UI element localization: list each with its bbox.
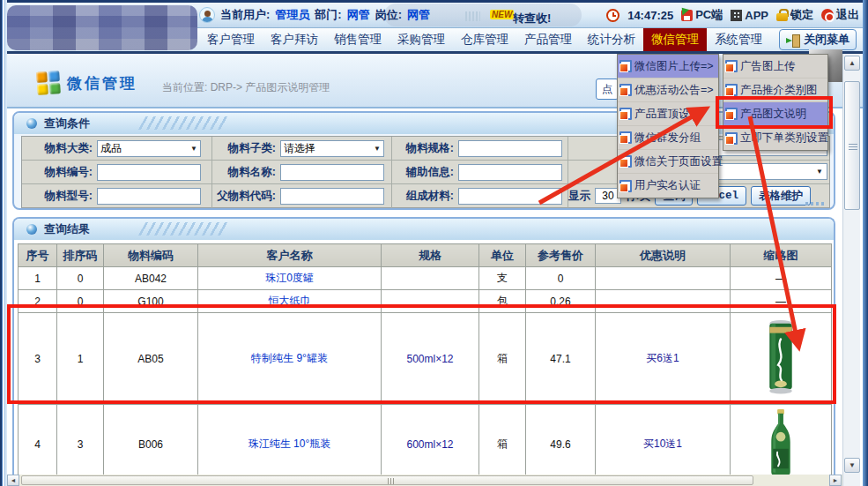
submenu-item-立即下单类别设置[interactable]: 立即下单类别设置	[723, 126, 827, 150]
cell-sort: 3	[57, 405, 104, 476]
horizontal-scrollbar[interactable]: ◄ ►	[7, 475, 842, 486]
menu-item-微信关于页面设置[interactable]: 微信关于页面设置	[618, 150, 718, 174]
field-label: 物料子类:	[212, 141, 279, 156]
input-组成材料:[interactable]	[458, 188, 562, 205]
chevron-down-icon: ▼	[190, 145, 197, 153]
cell-code: B006	[104, 405, 198, 476]
menubar-item-销售管理[interactable]: 销售管理	[326, 28, 389, 51]
field-box	[457, 161, 568, 183]
beer-bottle-image	[766, 409, 796, 475]
input-物料名称:[interactable]	[280, 164, 384, 181]
clock-time: 14:47:25	[627, 9, 673, 22]
panel-bullet-icon	[26, 224, 37, 235]
lock-icon	[776, 9, 788, 21]
menubar-item-统计分析[interactable]: 统计分析	[580, 28, 643, 51]
table-header-row: 序号排序码物料编码客户名称规格单位参考售价优惠说明缩略图	[19, 244, 832, 267]
menu-item-label: 产品置顶设置	[634, 107, 701, 122]
input-父物料代码:[interactable]	[280, 188, 384, 205]
menu-item-label: 产品推介类别图	[740, 83, 818, 98]
vertical-scrollbar[interactable]: ▲ ▼	[842, 54, 860, 486]
menu-item-label: 微信关于页面设置	[634, 154, 723, 169]
column-header-参考售价: 参考售价	[526, 244, 596, 267]
menubar-item-系统管理[interactable]: 系统管理	[707, 28, 770, 51]
panel-bullet-icon	[26, 118, 37, 129]
cell-promo: 买10送1	[596, 405, 731, 476]
cell-code: AB042	[104, 267, 198, 290]
query-panel-title: 查询条件	[44, 116, 90, 131]
menubar-item-仓库管理[interactable]: 仓库管理	[453, 28, 516, 51]
marquee-text: 转查收!	[513, 11, 551, 26]
menubar-item-采购管理[interactable]: 采购管理	[389, 28, 453, 51]
field-label: 辅助信息:	[392, 165, 457, 180]
window-border-top	[0, 0, 868, 3]
menu-item-label: 用户实名认证	[634, 178, 701, 193]
page-title: 微信管理	[67, 73, 137, 93]
cell-price: 0	[526, 267, 596, 290]
menu-item-label: 微信图片上传=>	[634, 59, 714, 74]
clock-icon	[606, 9, 619, 22]
select-物料子类:[interactable]: 请选择▼	[280, 140, 384, 157]
submenu-item-广告图上传[interactable]: 广告图上传	[723, 55, 827, 79]
post-label: 岗位:	[375, 7, 402, 23]
exit-icon	[821, 9, 834, 21]
table-maintain-button[interactable]: 表格维护	[751, 186, 811, 206]
dept-value: 网管	[347, 7, 370, 23]
field-box	[279, 184, 392, 208]
exit-button[interactable]: 退出	[821, 7, 859, 23]
pc-icon	[681, 10, 693, 21]
field-label: 物料规格:	[392, 141, 457, 156]
exit-label: 退出	[836, 7, 859, 23]
lock-label: 锁定	[790, 7, 813, 23]
input-辅助信息:[interactable]	[458, 164, 562, 181]
field-box: 成品▼	[96, 137, 212, 160]
cell-name[interactable]: 珠江0度罐	[198, 267, 382, 290]
field-box	[96, 161, 212, 183]
column-header-物料编码: 物料编码	[104, 244, 198, 267]
field-label: 组成材料:	[392, 189, 457, 204]
menu-item-产品置顶设置[interactable]: 产品置顶设置	[618, 102, 718, 126]
menubar-item-客户管理[interactable]: 客户管理	[199, 28, 263, 51]
scroll-up-button[interactable]: ▲	[844, 56, 860, 71]
image-icon	[619, 60, 632, 72]
image-icon	[725, 84, 738, 96]
close-menu-button[interactable]: 关闭菜单	[779, 29, 857, 50]
menu-item-label: 广告图上传	[740, 59, 796, 74]
module-icon	[36, 71, 61, 95]
lock-button[interactable]: 锁定	[776, 7, 813, 23]
image-icon	[619, 155, 632, 168]
cell-name[interactable]: 珠江纯生 10°瓶装	[198, 405, 382, 476]
close-menu-label: 关闭菜单	[804, 32, 849, 48]
menu-item-用户实名认证[interactable]: 用户实名认证	[618, 174, 718, 198]
partially-hidden-button[interactable]: 点	[596, 79, 619, 100]
horizontal-scroll-thumb[interactable]	[21, 475, 753, 485]
scroll-left-button[interactable]: ◄	[7, 475, 19, 486]
input-物料型号:[interactable]	[97, 188, 201, 205]
highlight-box-table-row	[7, 304, 836, 404]
scroll-down-button[interactable]: ▼	[844, 458, 860, 473]
cell-seq: 1	[19, 267, 57, 290]
vertical-scroll-thumb[interactable]	[844, 81, 860, 210]
menu-item-微信图片上传=>[interactable]: 微信图片上传=>	[618, 55, 718, 79]
field-label: 物料型号:	[22, 189, 96, 204]
menubar-item-产品管理[interactable]: 产品管理	[516, 28, 580, 51]
pc-button[interactable]: PC端	[681, 7, 723, 23]
marquee-marks	[465, 11, 480, 21]
field-label: 物料编号:	[22, 165, 96, 180]
select-物料大类:[interactable]: 成品▼	[97, 140, 201, 157]
app-button[interactable]: APP	[731, 9, 768, 22]
cell-spec	[382, 267, 479, 290]
input-物料规格:[interactable]	[458, 140, 562, 157]
select-value: 成品	[100, 141, 122, 156]
panel-hatch-decoration	[138, 116, 230, 130]
table-row: 43B006珠江纯生 10°瓶装600ml×12箱49.6买10送1	[19, 405, 832, 476]
input-物料编号:[interactable]	[97, 164, 201, 181]
scroll-right-button[interactable]: ►	[829, 475, 842, 486]
cell-unit: 箱	[479, 405, 526, 476]
menu-item-label: 微信群发分组	[634, 131, 701, 146]
menu-item-优惠活动公告=>[interactable]: 优惠活动公告=>	[618, 79, 718, 102]
cell-thumbnail[interactable]	[731, 405, 832, 476]
menubar-item-客户拜访[interactable]: 客户拜访	[263, 28, 326, 51]
menubar-item-微信管理[interactable]: 微信管理	[643, 28, 707, 51]
menu-item-微信群发分组[interactable]: 微信群发分组	[618, 126, 718, 150]
cell-thumbnail: —	[731, 267, 832, 290]
